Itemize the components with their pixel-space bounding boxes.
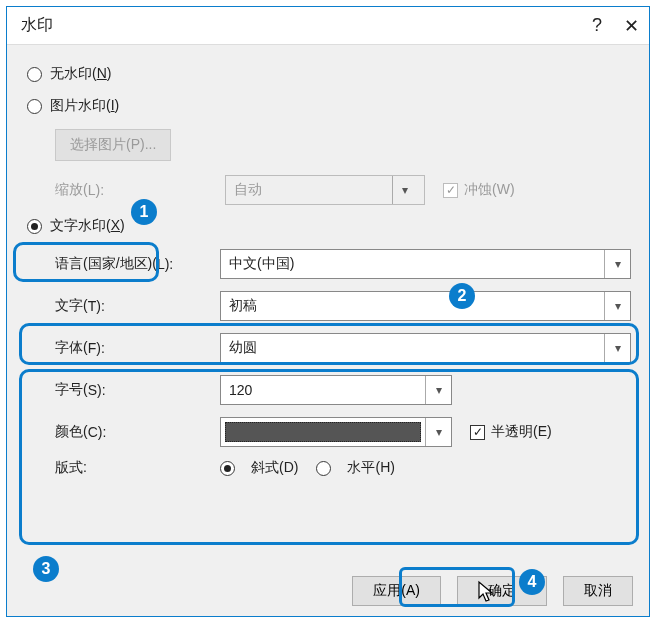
scale-label: 缩放(L): (55, 181, 225, 199)
scale-select: 自动 ▾ (225, 175, 425, 205)
chevron-down-icon: ▾ (392, 176, 416, 204)
font-label: 字体(F): (55, 339, 220, 357)
size-value: 120 (221, 376, 425, 404)
layout-diagonal-row[interactable]: 斜式(D) (220, 459, 298, 477)
language-label: 语言(国家/地区)(L): (55, 255, 220, 273)
radio-text-row[interactable]: 文字水印(X) (27, 217, 631, 235)
title-text: 水印 (21, 15, 53, 36)
color-row: 颜色(C): ▾ 半透明(E) (55, 417, 631, 447)
watermark-dialog: 水印 ? ✕ 无水印(N) 图片水印(I) 选择图片(P)... 缩放(L) (6, 6, 650, 617)
chevron-down-icon[interactable]: ▾ (604, 250, 630, 278)
radio-none-row[interactable]: 无水印(N) (27, 65, 631, 83)
washout-checkbox (443, 183, 458, 198)
close-icon[interactable]: ✕ (624, 15, 639, 37)
badge-1: 1 (131, 199, 157, 225)
language-value: 中文(中国) (221, 250, 604, 278)
content-area: 无水印(N) 图片水印(I) 选择图片(P)... 缩放(L): 自动 ▾ (7, 45, 649, 501)
color-swatch (225, 422, 421, 442)
titlebar: 水印 ? ✕ (7, 7, 649, 45)
layout-horizontal-radio[interactable] (316, 461, 331, 476)
radio-text-label: 文字水印(X) (50, 217, 125, 235)
color-label: 颜色(C): (55, 423, 220, 441)
language-row: 语言(国家/地区)(L): 中文(中国) ▾ (55, 249, 631, 279)
washout-label: 冲蚀(W) (464, 181, 515, 199)
font-select[interactable]: 幼圆 ▾ (220, 333, 631, 363)
text-row: 文字(T): 初稿 ▾ (55, 291, 631, 321)
layout-label: 版式: (55, 459, 220, 477)
cursor-icon (477, 580, 497, 609)
semi-label: 半透明(E) (491, 423, 552, 441)
scale-value: 自动 (234, 181, 392, 199)
color-select[interactable]: ▾ (220, 417, 452, 447)
badge-4: 4 (519, 569, 545, 595)
radio-picture-row[interactable]: 图片水印(I) (27, 97, 631, 115)
chevron-down-icon[interactable]: ▾ (604, 334, 630, 362)
scale-row: 缩放(L): 自动 ▾ 冲蚀(W) (27, 175, 631, 205)
semi-check-row[interactable]: 半透明(E) (470, 423, 552, 441)
text-select[interactable]: 初稿 ▾ (220, 291, 631, 321)
window-controls: ? ✕ (592, 15, 639, 37)
radio-picture-label: 图片水印(I) (50, 97, 119, 115)
chevron-down-icon[interactable]: ▾ (604, 292, 630, 320)
semi-checkbox[interactable] (470, 425, 485, 440)
text-label: 文字(T): (55, 297, 220, 315)
font-value: 幼圆 (221, 334, 604, 362)
chevron-down-icon[interactable]: ▾ (425, 376, 451, 404)
washout-check-row: 冲蚀(W) (443, 181, 515, 199)
apply-button[interactable]: 应用(A) (352, 576, 441, 606)
badge-2: 2 (449, 283, 475, 309)
text-value: 初稿 (221, 292, 604, 320)
layout-diagonal-radio[interactable] (220, 461, 235, 476)
help-icon[interactable]: ? (592, 15, 602, 37)
layout-horizontal-label: 水平(H) (347, 459, 394, 477)
size-row: 字号(S): 120 ▾ (55, 375, 631, 405)
radio-none-label: 无水印(N) (50, 65, 111, 83)
layout-horizontal-row[interactable]: 水平(H) (316, 459, 394, 477)
select-picture-button: 选择图片(P)... (55, 129, 171, 161)
radio-text[interactable] (27, 219, 42, 234)
font-row: 字体(F): 幼圆 ▾ (55, 333, 631, 363)
chevron-down-icon[interactable]: ▾ (425, 418, 451, 446)
layout-diagonal-label: 斜式(D) (251, 459, 298, 477)
size-label: 字号(S): (55, 381, 220, 399)
badge-3: 3 (33, 556, 59, 582)
size-select[interactable]: 120 ▾ (220, 375, 452, 405)
layout-row: 版式: 斜式(D) 水平(H) (55, 459, 631, 477)
radio-picture[interactable] (27, 99, 42, 114)
radio-none[interactable] (27, 67, 42, 82)
cancel-button[interactable]: 取消 (563, 576, 633, 606)
language-select[interactable]: 中文(中国) ▾ (220, 249, 631, 279)
